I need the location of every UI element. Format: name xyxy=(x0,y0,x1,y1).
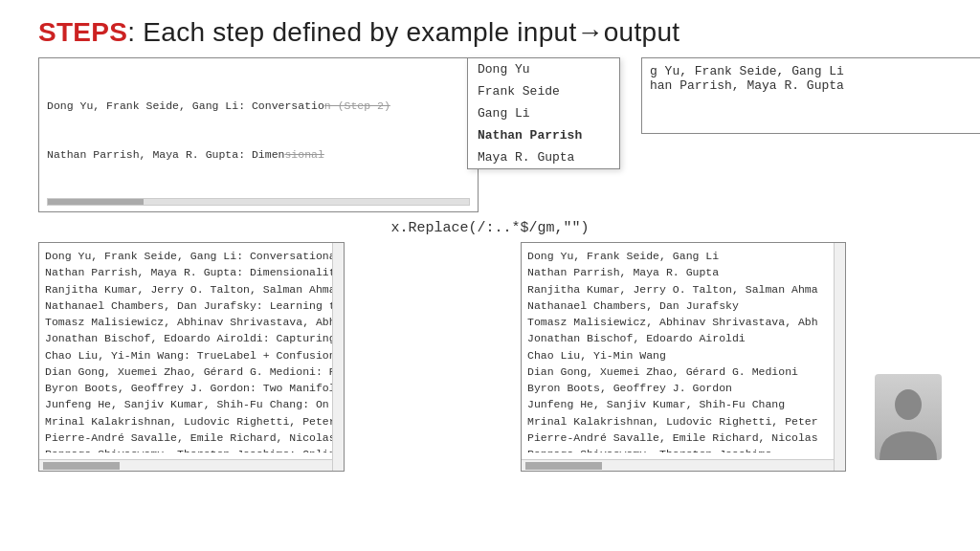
bottom-left-textarea[interactable]: Dong Yu, Frank Seide, Gang Li: Conversat… xyxy=(38,242,345,472)
list-item: Nathanael Chambers, Dan Jurafsky: Learni… xyxy=(45,298,324,314)
scrollbar-y-right[interactable] xyxy=(834,243,845,471)
scrollbar-y-left[interactable] xyxy=(332,243,344,471)
scrollbar-x-thumb-left xyxy=(43,462,120,470)
input-text: Dong Yu, Frank Seide, Gang Li: Conversat… xyxy=(47,64,470,196)
dropdown-authors[interactable]: Dong Yu Frank Seide Gang Li Nathan Parri… xyxy=(467,57,620,169)
scrollbar-x-left[interactable] xyxy=(39,459,332,471)
list-item: Byron Boots, Geoffrey J. Gordon: Two Man… xyxy=(45,380,324,396)
scrollbar-x-right[interactable] xyxy=(522,459,834,471)
list-item: Pierre-André Savalle, Emile Richard, Nic… xyxy=(45,430,324,446)
list-item: Ranjitha Kumar, Jerry O. Talton, Salman … xyxy=(45,281,324,298)
list-item: Dian Gong, Xuemei Zhao, Gérard G. Medion… xyxy=(45,364,324,380)
list-item: Dian Gong, Xuemei Zhao, Gérard G. Medion… xyxy=(527,364,826,380)
spacer xyxy=(373,242,492,472)
list-item: Nathan Parrish, Maya R. Gupta xyxy=(527,264,826,280)
person-image xyxy=(875,374,942,460)
dropdown-item-0[interactable]: Dong Yu xyxy=(468,58,619,80)
bottom-left-content: Dong Yu, Frank Seide, Gang Li: Conversat… xyxy=(45,248,338,452)
list-item: Pierre-André Savalle, Emile Richard, Nic… xyxy=(527,430,826,446)
svg-point-0 xyxy=(895,389,922,420)
list-item: Nathan Parrish, Maya R. Gupta: Dimension… xyxy=(45,264,324,280)
steps-label: STEPS xyxy=(38,17,127,47)
list-item: Chao Liu, Yi-Min Wang xyxy=(527,347,826,364)
list-item: Mrinal Kalakrishnan, Ludovic Righetti, P… xyxy=(45,413,324,430)
list-item: Nathanael Chambers, Dan Jurafsky xyxy=(527,298,826,314)
dropdown-item-4[interactable]: Maya R. Gupta xyxy=(468,146,619,168)
dropdown-item-1[interactable]: Frank Seide xyxy=(468,80,619,102)
list-item: Dong Yu, Frank Seide, Gang Li: Conversat… xyxy=(45,248,324,264)
bottom-right-content: Dong Yu, Frank Seide, Gang LiNathan Parr… xyxy=(527,248,839,452)
output-box-top: g Yu, Frank Seide, Gang Li han Parrish, … xyxy=(641,57,980,134)
list-item: Tomasz Malisiewicz, Abhinav Shrivastava,… xyxy=(527,314,826,330)
title-rest: : Each step defined by example input→out… xyxy=(127,17,679,47)
list-item: Byron Boots, Geoffrey J. Gordon xyxy=(527,380,826,396)
dropdown-item-2[interactable]: Gang Li xyxy=(468,102,619,124)
person-silhouette-icon xyxy=(875,384,942,460)
scrollbar-x-top-input[interactable] xyxy=(47,198,470,206)
input-box-top[interactable]: Dong Yu, Frank Seide, Gang Li: Conversat… xyxy=(38,57,479,212)
list-item: Mrinal Kalakrishnan, Ludovic Righetti, P… xyxy=(527,413,826,430)
input-line2: Nathan Parrish, Maya R. Gupta: Dimension… xyxy=(47,146,457,163)
list-item: Ranjitha Kumar, Jerry O. Talton, Salman … xyxy=(527,281,826,298)
list-item: Junfeng He, Sanjiv Kumar, Shih-Fu Chang xyxy=(527,396,826,412)
list-item: Pannaga Shivaswamy, Thorsten Joachims: O… xyxy=(45,446,324,452)
list-item: Pannaga Shivaswamy, Thorsten Joachims xyxy=(527,446,826,452)
scrollbar-thumb xyxy=(48,199,144,205)
list-item: Dong Yu, Frank Seide, Gang Li xyxy=(527,248,826,264)
scrollbar-x-thumb-right xyxy=(525,462,602,470)
dropdown-item-3[interactable]: Nathan Parrish xyxy=(468,124,619,146)
bottom-right-textarea[interactable]: Dong Yu, Frank Seide, Gang LiNathan Parr… xyxy=(521,242,846,472)
list-item: Chao Liu, Yi-Min Wang: TrueLabel + Confu… xyxy=(45,347,324,364)
page-title: STEPS: Each step defined by example inpu… xyxy=(0,0,980,57)
output-line1: g Yu, Frank Seide, Gang Li xyxy=(650,64,977,78)
list-item: Jonathan Bischof, Edoardo Airoldi xyxy=(527,330,826,346)
output-line2: han Parrish, Maya R. Gupta xyxy=(650,78,977,93)
input-line1: Dong Yu, Frank Seide, Gang Li: Conversat… xyxy=(47,98,457,114)
list-item: Tomasz Malisiewicz, Abhinav Shrivastava,… xyxy=(45,314,324,330)
list-item: Junfeng He, Sanjiv Kumar, Shih-Fu Chang:… xyxy=(45,396,324,412)
formula-label: x.Replace(/:..*$/gm,"") xyxy=(0,220,980,236)
list-item: Jonathan Bischof, Edoardo Airoldi: Captu… xyxy=(45,330,324,346)
